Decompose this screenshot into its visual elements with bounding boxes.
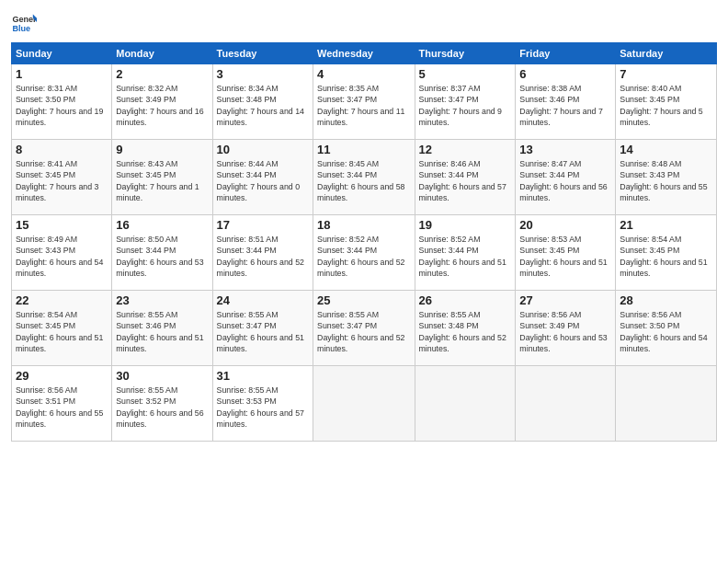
day-info: Sunrise: 8:34 AM Sunset: 3:48 PM Dayligh… (217, 83, 309, 128)
day-number: 28 (620, 293, 712, 307)
logo: General Blue (11, 9, 37, 35)
day-info: Sunrise: 8:55 AM Sunset: 3:46 PM Dayligh… (116, 309, 208, 354)
col-header-thursday: Thursday (415, 43, 516, 64)
day-info: Sunrise: 8:41 AM Sunset: 3:45 PM Dayligh… (16, 158, 108, 203)
calendar-cell: 3 Sunrise: 8:34 AM Sunset: 3:48 PM Dayli… (212, 64, 313, 140)
day-info: Sunrise: 8:53 AM Sunset: 3:45 PM Dayligh… (519, 234, 611, 279)
day-number: 10 (217, 143, 309, 156)
calendar-cell: 27 Sunrise: 8:56 AM Sunset: 3:49 PM Dayl… (516, 291, 616, 366)
calendar-cell: 14 Sunrise: 8:48 AM Sunset: 3:43 PM Dayl… (616, 140, 717, 215)
calendar-cell: 26 Sunrise: 8:55 AM Sunset: 3:48 PM Dayl… (415, 291, 516, 366)
col-header-friday: Friday (516, 43, 616, 64)
calendar-cell: 21 Sunrise: 8:54 AM Sunset: 3:45 PM Dayl… (616, 215, 717, 291)
day-info: Sunrise: 8:44 AM Sunset: 3:44 PM Dayligh… (217, 158, 309, 203)
calendar-container: General Blue SundayMondayTuesdayWednesda… (0, 0, 728, 563)
calendar-cell: 8 Sunrise: 8:41 AM Sunset: 3:45 PM Dayli… (12, 140, 112, 215)
day-info: Sunrise: 8:52 AM Sunset: 3:44 PM Dayligh… (317, 234, 410, 279)
day-number: 30 (116, 369, 208, 383)
day-number: 17 (217, 218, 309, 232)
day-info: Sunrise: 8:38 AM Sunset: 3:46 PM Dayligh… (519, 83, 611, 128)
calendar-week-4: 22 Sunrise: 8:54 AM Sunset: 3:45 PM Dayl… (12, 291, 717, 366)
day-info: Sunrise: 8:54 AM Sunset: 3:45 PM Dayligh… (620, 234, 712, 279)
calendar-week-1: 1 Sunrise: 8:31 AM Sunset: 3:50 PM Dayli… (12, 64, 717, 140)
day-info: Sunrise: 8:40 AM Sunset: 3:45 PM Dayligh… (620, 83, 712, 128)
calendar-week-5: 29 Sunrise: 8:56 AM Sunset: 3:51 PM Dayl… (12, 366, 717, 442)
day-number: 4 (317, 67, 410, 81)
calendar-week-3: 15 Sunrise: 8:49 AM Sunset: 3:43 PM Dayl… (12, 215, 717, 291)
day-number: 11 (317, 143, 410, 156)
col-header-saturday: Saturday (616, 43, 717, 64)
day-info: Sunrise: 8:52 AM Sunset: 3:44 PM Dayligh… (419, 234, 512, 279)
day-info: Sunrise: 8:46 AM Sunset: 3:44 PM Dayligh… (419, 158, 512, 203)
day-info: Sunrise: 8:32 AM Sunset: 3:49 PM Dayligh… (116, 83, 208, 128)
day-number: 14 (620, 143, 712, 156)
col-header-wednesday: Wednesday (313, 43, 415, 64)
day-number: 13 (519, 143, 611, 156)
day-number: 31 (217, 369, 309, 383)
day-number: 3 (217, 67, 309, 81)
day-number: 20 (519, 218, 611, 232)
day-number: 25 (317, 293, 410, 307)
calendar-cell: 22 Sunrise: 8:54 AM Sunset: 3:45 PM Dayl… (12, 291, 112, 366)
day-info: Sunrise: 8:35 AM Sunset: 3:47 PM Dayligh… (317, 83, 410, 128)
col-header-sunday: Sunday (12, 43, 112, 64)
day-number: 5 (419, 67, 512, 81)
day-info: Sunrise: 8:55 AM Sunset: 3:52 PM Dayligh… (116, 385, 208, 430)
calendar-cell: 9 Sunrise: 8:43 AM Sunset: 3:45 PM Dayli… (112, 140, 212, 215)
calendar-cell: 28 Sunrise: 8:56 AM Sunset: 3:50 PM Dayl… (616, 291, 717, 366)
calendar-cell: 17 Sunrise: 8:51 AM Sunset: 3:44 PM Dayl… (212, 215, 313, 291)
calendar-cell: 2 Sunrise: 8:32 AM Sunset: 3:49 PM Dayli… (112, 64, 212, 140)
calendar-cell: 1 Sunrise: 8:31 AM Sunset: 3:50 PM Dayli… (12, 64, 112, 140)
calendar-cell: 23 Sunrise: 8:55 AM Sunset: 3:46 PM Dayl… (112, 291, 212, 366)
calendar-cell: 30 Sunrise: 8:55 AM Sunset: 3:52 PM Dayl… (112, 366, 212, 442)
day-number: 12 (419, 143, 512, 156)
day-number: 19 (419, 218, 512, 232)
calendar-cell: 16 Sunrise: 8:50 AM Sunset: 3:44 PM Dayl… (112, 215, 212, 291)
calendar-cell: 4 Sunrise: 8:35 AM Sunset: 3:47 PM Dayli… (313, 64, 415, 140)
day-number: 8 (16, 143, 108, 156)
calendar-cell (516, 366, 616, 442)
day-number: 26 (419, 293, 512, 307)
calendar-cell: 13 Sunrise: 8:47 AM Sunset: 3:44 PM Dayl… (516, 140, 616, 215)
day-number: 15 (16, 218, 108, 232)
calendar-cell: 7 Sunrise: 8:40 AM Sunset: 3:45 PM Dayli… (616, 64, 717, 140)
calendar-cell: 6 Sunrise: 8:38 AM Sunset: 3:46 PM Dayli… (516, 64, 616, 140)
day-info: Sunrise: 8:56 AM Sunset: 3:50 PM Dayligh… (620, 309, 712, 354)
day-number: 21 (620, 218, 712, 232)
col-header-tuesday: Tuesday (212, 43, 313, 64)
calendar-cell (313, 366, 415, 442)
calendar-cell: 29 Sunrise: 8:56 AM Sunset: 3:51 PM Dayl… (12, 366, 112, 442)
day-number: 7 (620, 67, 712, 81)
day-number: 29 (16, 369, 108, 383)
calendar-cell: 11 Sunrise: 8:45 AM Sunset: 3:44 PM Dayl… (313, 140, 415, 215)
calendar-week-2: 8 Sunrise: 8:41 AM Sunset: 3:45 PM Dayli… (12, 140, 717, 215)
day-info: Sunrise: 8:31 AM Sunset: 3:50 PM Dayligh… (16, 83, 108, 128)
day-info: Sunrise: 8:51 AM Sunset: 3:44 PM Dayligh… (217, 234, 309, 279)
day-info: Sunrise: 8:45 AM Sunset: 3:44 PM Dayligh… (317, 158, 410, 203)
calendar-body: 1 Sunrise: 8:31 AM Sunset: 3:50 PM Dayli… (12, 64, 717, 442)
day-info: Sunrise: 8:48 AM Sunset: 3:43 PM Dayligh… (620, 158, 712, 203)
calendar-cell: 25 Sunrise: 8:55 AM Sunset: 3:47 PM Dayl… (313, 291, 415, 366)
day-info: Sunrise: 8:54 AM Sunset: 3:45 PM Dayligh… (16, 309, 108, 354)
day-number: 16 (116, 218, 208, 232)
day-info: Sunrise: 8:50 AM Sunset: 3:44 PM Dayligh… (116, 234, 208, 279)
calendar-table: SundayMondayTuesdayWednesdayThursdayFrid… (11, 42, 717, 442)
calendar-cell: 12 Sunrise: 8:46 AM Sunset: 3:44 PM Dayl… (415, 140, 516, 215)
day-number: 9 (116, 143, 208, 156)
day-info: Sunrise: 8:55 AM Sunset: 3:47 PM Dayligh… (217, 309, 309, 354)
calendar-cell: 18 Sunrise: 8:52 AM Sunset: 3:44 PM Dayl… (313, 215, 415, 291)
header: General Blue (11, 9, 717, 35)
day-info: Sunrise: 8:43 AM Sunset: 3:45 PM Dayligh… (116, 158, 208, 203)
day-info: Sunrise: 8:49 AM Sunset: 3:43 PM Dayligh… (16, 234, 108, 279)
day-number: 2 (116, 67, 208, 81)
calendar-cell (415, 366, 516, 442)
calendar-cell: 31 Sunrise: 8:55 AM Sunset: 3:53 PM Dayl… (212, 366, 313, 442)
day-number: 18 (317, 218, 410, 232)
day-info: Sunrise: 8:55 AM Sunset: 3:53 PM Dayligh… (217, 385, 309, 430)
day-number: 1 (16, 67, 108, 81)
calendar-cell: 24 Sunrise: 8:55 AM Sunset: 3:47 PM Dayl… (212, 291, 313, 366)
day-number: 22 (16, 293, 108, 307)
day-info: Sunrise: 8:56 AM Sunset: 3:49 PM Dayligh… (519, 309, 611, 354)
calendar-cell: 19 Sunrise: 8:52 AM Sunset: 3:44 PM Dayl… (415, 215, 516, 291)
day-info: Sunrise: 8:56 AM Sunset: 3:51 PM Dayligh… (16, 385, 108, 430)
